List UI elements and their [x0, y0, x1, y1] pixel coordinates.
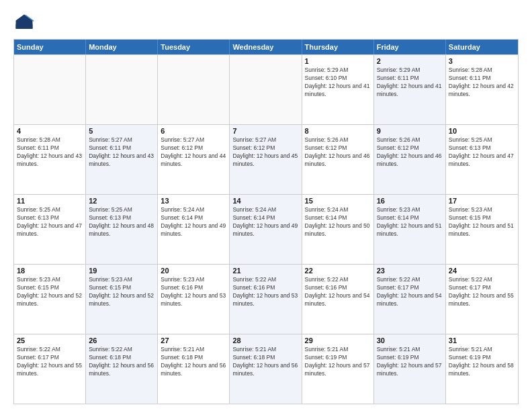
- cell-info: Sunrise: 5:22 AMSunset: 6:18 PMDaylight:…: [89, 346, 154, 378]
- day-number: 9: [377, 127, 443, 135]
- cell-info: Sunrise: 5:25 AMSunset: 6:13 PMDaylight:…: [449, 136, 515, 169]
- day-number: 1: [305, 57, 371, 65]
- cal-header-tuesday: Tuesday: [158, 40, 230, 54]
- day-number: 7: [232, 127, 298, 135]
- cal-cell-18: 18Sunrise: 5:23 AMSunset: 6:15 PMDayligh…: [14, 265, 86, 334]
- cell-info: Sunrise: 5:24 AMSunset: 6:14 PMDaylight:…: [161, 206, 226, 238]
- day-number: 25: [17, 336, 83, 345]
- cell-info: Sunrise: 5:22 AMSunset: 6:17 PMDaylight:…: [17, 346, 83, 378]
- cal-cell-empty-0: [14, 55, 86, 124]
- calendar-header-row: SundayMondayTuesdayWednesdayThursdayFrid…: [14, 40, 518, 54]
- cell-info: Sunrise: 5:25 AMSunset: 6:13 PMDaylight:…: [89, 206, 154, 238]
- cal-cell-5: 5Sunrise: 5:27 AMSunset: 6:11 PMDaylight…: [86, 125, 158, 194]
- cell-info: Sunrise: 5:29 AMSunset: 6:11 PMDaylight:…: [377, 66, 443, 99]
- cal-cell-17: 17Sunrise: 5:23 AMSunset: 6:15 PMDayligh…: [446, 195, 518, 264]
- cal-header-thursday: Thursday: [302, 40, 374, 54]
- day-number: 23: [377, 267, 443, 275]
- cal-cell-3: 3Sunrise: 5:28 AMSunset: 6:11 PMDaylight…: [446, 55, 518, 124]
- day-number: 3: [449, 57, 515, 65]
- cal-cell-21: 21Sunrise: 5:22 AMSunset: 6:16 PMDayligh…: [230, 265, 302, 334]
- day-number: 13: [161, 197, 226, 205]
- day-number: 18: [17, 267, 83, 275]
- cell-info: Sunrise: 5:21 AMSunset: 6:19 PMDaylight:…: [305, 346, 371, 378]
- cal-week-5: 25Sunrise: 5:22 AMSunset: 6:17 PMDayligh…: [14, 334, 518, 404]
- cal-header-wednesday: Wednesday: [230, 40, 302, 54]
- day-number: 24: [449, 267, 515, 275]
- cal-cell-9: 9Sunrise: 5:26 AMSunset: 6:12 PMDaylight…: [374, 125, 446, 194]
- cal-week-4: 18Sunrise: 5:23 AMSunset: 6:15 PMDayligh…: [14, 264, 518, 334]
- cell-info: Sunrise: 5:21 AMSunset: 6:19 PMDaylight:…: [377, 346, 443, 378]
- day-number: 15: [305, 197, 371, 205]
- day-number: 21: [232, 267, 298, 275]
- day-number: 11: [17, 197, 83, 205]
- logo-icon: [13, 12, 35, 34]
- cal-cell-2: 2Sunrise: 5:29 AMSunset: 6:11 PMDaylight…: [374, 55, 446, 124]
- day-number: 28: [232, 336, 298, 345]
- cal-cell-19: 19Sunrise: 5:23 AMSunset: 6:15 PMDayligh…: [86, 265, 158, 334]
- cell-info: Sunrise: 5:24 AMSunset: 6:14 PMDaylight:…: [232, 206, 298, 238]
- cal-cell-16: 16Sunrise: 5:23 AMSunset: 6:14 PMDayligh…: [374, 195, 446, 264]
- day-number: 5: [89, 127, 154, 135]
- day-number: 22: [305, 267, 371, 275]
- cal-cell-29: 29Sunrise: 5:21 AMSunset: 6:19 PMDayligh…: [302, 334, 374, 404]
- cell-info: Sunrise: 5:26 AMSunset: 6:12 PMDaylight:…: [305, 136, 371, 169]
- cell-info: Sunrise: 5:27 AMSunset: 6:12 PMDaylight:…: [232, 136, 298, 169]
- cell-info: Sunrise: 5:23 AMSunset: 6:14 PMDaylight:…: [377, 206, 443, 238]
- cell-info: Sunrise: 5:21 AMSunset: 6:19 PMDaylight:…: [449, 346, 515, 378]
- calendar: SundayMondayTuesdayWednesdayThursdayFrid…: [13, 39, 519, 404]
- cal-cell-7: 7Sunrise: 5:27 AMSunset: 6:12 PMDaylight…: [230, 125, 302, 194]
- cal-week-2: 4Sunrise: 5:28 AMSunset: 6:11 PMDaylight…: [14, 124, 518, 194]
- calendar-body: 1Sunrise: 5:29 AMSunset: 6:10 PMDaylight…: [14, 54, 518, 404]
- day-number: 26: [89, 336, 154, 345]
- cal-cell-11: 11Sunrise: 5:25 AMSunset: 6:13 PMDayligh…: [14, 195, 86, 264]
- day-number: 8: [305, 127, 371, 135]
- page: SundayMondayTuesdayWednesdayThursdayFrid…: [0, 0, 532, 411]
- cell-info: Sunrise: 5:28 AMSunset: 6:11 PMDaylight:…: [17, 136, 83, 169]
- cal-week-1: 1Sunrise: 5:29 AMSunset: 6:10 PMDaylight…: [14, 54, 518, 124]
- cal-header-friday: Friday: [374, 40, 446, 54]
- cell-info: Sunrise: 5:24 AMSunset: 6:14 PMDaylight:…: [305, 206, 371, 238]
- svg-rect-2: [16, 24, 33, 29]
- cell-info: Sunrise: 5:21 AMSunset: 6:18 PMDaylight:…: [161, 346, 226, 378]
- cell-info: Sunrise: 5:27 AMSunset: 6:12 PMDaylight:…: [161, 136, 226, 169]
- cal-cell-26: 26Sunrise: 5:22 AMSunset: 6:18 PMDayligh…: [86, 334, 158, 404]
- cal-cell-28: 28Sunrise: 5:21 AMSunset: 6:18 PMDayligh…: [230, 334, 302, 404]
- cal-cell-30: 30Sunrise: 5:21 AMSunset: 6:19 PMDayligh…: [374, 334, 446, 404]
- day-number: 12: [89, 197, 154, 205]
- cal-cell-4: 4Sunrise: 5:28 AMSunset: 6:11 PMDaylight…: [14, 125, 86, 194]
- cell-info: Sunrise: 5:23 AMSunset: 6:15 PMDaylight:…: [449, 206, 515, 238]
- header: [13, 12, 519, 34]
- day-number: 29: [305, 336, 371, 345]
- cell-info: Sunrise: 5:29 AMSunset: 6:10 PMDaylight:…: [305, 66, 371, 99]
- cal-cell-23: 23Sunrise: 5:22 AMSunset: 6:17 PMDayligh…: [374, 265, 446, 334]
- cell-info: Sunrise: 5:22 AMSunset: 6:16 PMDaylight:…: [305, 276, 371, 308]
- day-number: 4: [17, 127, 83, 135]
- cal-cell-24: 24Sunrise: 5:22 AMSunset: 6:17 PMDayligh…: [446, 265, 518, 334]
- day-number: 31: [449, 336, 515, 345]
- day-number: 10: [449, 127, 515, 135]
- cell-info: Sunrise: 5:23 AMSunset: 6:15 PMDaylight:…: [89, 276, 154, 308]
- cal-cell-8: 8Sunrise: 5:26 AMSunset: 6:12 PMDaylight…: [302, 125, 374, 194]
- cell-info: Sunrise: 5:23 AMSunset: 6:16 PMDaylight:…: [161, 276, 226, 308]
- cell-info: Sunrise: 5:27 AMSunset: 6:11 PMDaylight:…: [89, 136, 154, 169]
- cal-header-sunday: Sunday: [14, 40, 86, 54]
- cal-cell-27: 27Sunrise: 5:21 AMSunset: 6:18 PMDayligh…: [158, 334, 230, 404]
- cal-cell-empty-1: [86, 55, 158, 124]
- cal-week-3: 11Sunrise: 5:25 AMSunset: 6:13 PMDayligh…: [14, 194, 518, 264]
- day-number: 19: [89, 267, 154, 275]
- cal-header-saturday: Saturday: [446, 40, 518, 54]
- day-number: 14: [232, 197, 298, 205]
- day-number: 30: [377, 336, 443, 345]
- cal-cell-empty-3: [230, 55, 302, 124]
- cal-cell-22: 22Sunrise: 5:22 AMSunset: 6:16 PMDayligh…: [302, 265, 374, 334]
- cal-cell-10: 10Sunrise: 5:25 AMSunset: 6:13 PMDayligh…: [446, 125, 518, 194]
- cell-info: Sunrise: 5:28 AMSunset: 6:11 PMDaylight:…: [449, 66, 515, 99]
- cal-cell-12: 12Sunrise: 5:25 AMSunset: 6:13 PMDayligh…: [86, 195, 158, 264]
- day-number: 16: [377, 197, 443, 205]
- cal-cell-13: 13Sunrise: 5:24 AMSunset: 6:14 PMDayligh…: [158, 195, 230, 264]
- cell-info: Sunrise: 5:23 AMSunset: 6:15 PMDaylight:…: [17, 276, 83, 308]
- cell-info: Sunrise: 5:26 AMSunset: 6:12 PMDaylight:…: [377, 136, 443, 169]
- cal-cell-20: 20Sunrise: 5:23 AMSunset: 6:16 PMDayligh…: [158, 265, 230, 334]
- cal-header-monday: Monday: [86, 40, 158, 54]
- cal-cell-empty-2: [158, 55, 230, 124]
